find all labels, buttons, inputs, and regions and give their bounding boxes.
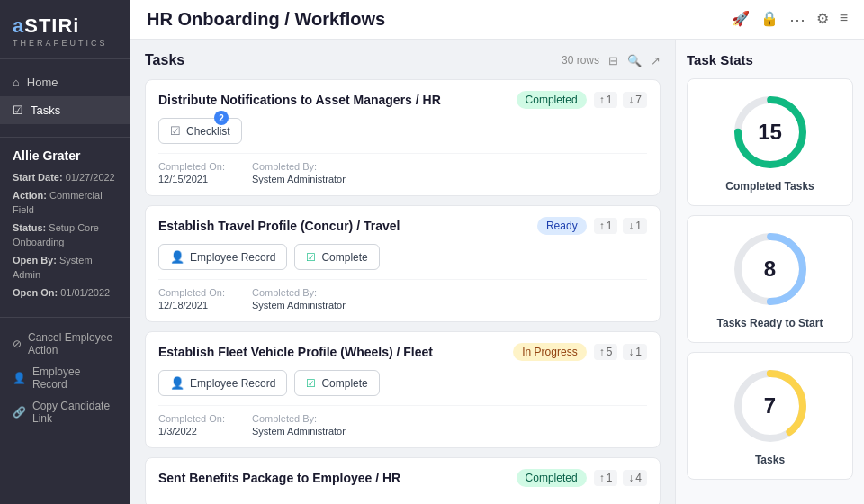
task-2-complete-label: Complete [321, 251, 367, 264]
tasks-title: Tasks [145, 52, 184, 68]
task-3-up-icon[interactable]: ↑5 [594, 344, 618, 360]
tasks-panel: Tasks 30 rows ⊟ 🔍 ↗ Distribute Notificat… [130, 40, 675, 504]
tasks-header: Tasks 30 rows ⊟ 🔍 ↗ [145, 52, 661, 68]
other-count: 7 [764, 393, 776, 418]
home-icon: ⌂ [13, 76, 20, 89]
ready-count: 8 [764, 256, 776, 282]
check-icon-2: ☑ [306, 251, 316, 264]
task-card-1: Distribute Notifications to Asset Manage… [145, 79, 661, 196]
task-card-3: Establish Fleet Vehicle Profile (Wheels)… [145, 331, 661, 448]
task-3-right: In Progress ↑5 ↓1 [513, 343, 647, 361]
task-2-title: Establish Travel Profile (Concur) / Trav… [158, 219, 400, 233]
task-3-employee-record-button[interactable]: 👤 Employee Record [158, 370, 287, 396]
task-1-footer: Completed On: 12/15/2021 Completed By: S… [158, 153, 647, 184]
task-3-meta-icons: ↑5 ↓1 [594, 344, 647, 360]
settings-icon[interactable]: ⚙ [816, 10, 829, 30]
task-4-meta-icons: ↑1 ↓4 [594, 470, 647, 486]
task-1-badge: Completed [517, 91, 587, 109]
task-2-complete-button[interactable]: ☑ Complete [294, 244, 379, 270]
task-2-emp-label: Employee Record [190, 251, 275, 264]
sidebar-item-label-home: Home [27, 76, 58, 89]
nav-items: ⌂ Home ☑ Tasks [0, 59, 130, 133]
completed-label: Completed Tasks [725, 180, 814, 193]
task-2-completed-on: Completed On: 12/18/2021 [158, 287, 225, 310]
content-area: Tasks 30 rows ⊟ 🔍 ↗ Distribute Notificat… [130, 40, 864, 504]
stats-title: Task Stats [687, 52, 853, 68]
page-title: HR Onboarding / Workflows [147, 9, 385, 30]
check-icon-3: ☑ [306, 377, 316, 390]
task-2-employee-record-button[interactable]: 👤 Employee Record [158, 244, 287, 270]
user-icon-2: 👤 [170, 250, 184, 264]
task-2-right: Ready ↑1 ↓1 [537, 217, 647, 235]
task-2-up-icon[interactable]: ↑1 [594, 218, 618, 234]
logo: aSTIRi [13, 14, 118, 38]
task-card-4: Sent Benefits Package to Employee / HR C… [145, 457, 661, 504]
employee-record-link[interactable]: 👤 Employee Record [13, 361, 118, 395]
cancel-icon: ⊘ [13, 338, 22, 350]
link-icon: 🔗 [13, 406, 26, 418]
task-1-title: Distribute Notifications to Asset Manage… [158, 93, 441, 107]
logo-subtitle: THERAPEUTICS [13, 39, 118, 48]
expand-icon[interactable]: ↗ [651, 54, 661, 68]
checklist-label: Checklist [186, 125, 230, 138]
task-card-2-header: Establish Travel Profile (Concur) / Trav… [158, 217, 647, 235]
task-1-right: Completed ↑1 ↓7 [517, 91, 647, 109]
task-card-3-header: Establish Fleet Vehicle Profile (Wheels)… [158, 343, 647, 361]
task-2-meta-icons: ↑1 ↓1 [594, 218, 647, 234]
task-3-down-icon[interactable]: ↓1 [623, 344, 647, 360]
tasks-meta: 30 rows ⊟ 🔍 ↗ [562, 54, 661, 68]
task-2-down-icon[interactable]: ↓1 [623, 218, 647, 234]
sidebar-item-label-tasks: Tasks [31, 104, 60, 117]
user-open-by: Open By: System Admin [13, 253, 118, 283]
other-label: Tasks [755, 454, 785, 466]
donut-ready: 8 [730, 229, 811, 310]
employee-record-label: Employee Record [32, 365, 118, 391]
user-start-date: Start Date: 01/27/2022 [13, 170, 118, 185]
task-3-completed-by: Completed By: System Administrator [252, 413, 346, 436]
task-2-footer: Completed On: 12/18/2021 Completed By: S… [158, 279, 647, 310]
copy-candidate-link[interactable]: 🔗 Copy Candidate Link [13, 395, 118, 429]
lock-icon[interactable]: 🔒 [760, 10, 778, 30]
user-icon: 👤 [13, 372, 26, 384]
task-card-1-header: Distribute Notifications to Asset Manage… [158, 91, 647, 109]
task-card-4-header: Sent Benefits Package to Employee / HR C… [158, 469, 647, 487]
task-3-footer: Completed On: 1/3/2022 Completed By: Sys… [158, 405, 647, 436]
menu-icon[interactable]: ≡ [840, 10, 848, 30]
checklist-badge: 2 [214, 111, 229, 125]
task-4-title: Sent Benefits Package to Employee / HR [158, 471, 400, 485]
user-action: Action: Commercial Field [13, 188, 118, 218]
task-4-right: Completed ↑1 ↓4 [517, 469, 647, 487]
topbar-icons: 🚀 🔒 ⋯ ⚙ ≡ [732, 10, 848, 30]
task-3-complete-label: Complete [321, 377, 367, 390]
task-3-complete-button[interactable]: ☑ Complete [294, 370, 379, 396]
checklist-icon: ☑ [170, 124, 181, 138]
task-3-badge: In Progress [513, 343, 586, 361]
task-2-actions: 👤 Employee Record ☑ Complete [158, 244, 647, 270]
task-4-down-icon[interactable]: ↓4 [623, 470, 647, 486]
task-card-2: Establish Travel Profile (Concur) / Trav… [145, 205, 661, 322]
checklist-button[interactable]: ☑ Checklist [158, 118, 242, 144]
cancel-employee-action-link[interactable]: ⊘ Cancel Employee Action [13, 327, 118, 361]
task-4-up-icon[interactable]: ↑1 [594, 470, 618, 486]
user-status: Status: Setup Core Onboarding [13, 220, 118, 250]
task-3-actions: 👤 Employee Record ☑ Complete [158, 370, 647, 396]
rocket-icon[interactable]: 🚀 [732, 10, 750, 30]
user-section: Allie Grater Start Date: 01/27/2022 Acti… [0, 137, 130, 313]
ready-label: Tasks Ready to Start [717, 317, 824, 329]
donut-other: 7 [730, 365, 811, 446]
copy-candidate-label: Copy Candidate Link [32, 400, 118, 425]
sidebar-item-home[interactable]: ⌂ Home [0, 68, 130, 96]
task-1-up-icon[interactable]: ↑1 [594, 92, 618, 108]
sidebar-links: ⊘ Cancel Employee Action 👤 Employee Reco… [0, 317, 130, 438]
search-icon[interactable]: 🔍 [627, 54, 642, 68]
stats-panel: Task Stats 15 Completed Tasks [675, 40, 864, 504]
logo-area: aSTIRi THERAPEUTICS [0, 0, 130, 59]
task-1-down-icon[interactable]: ↓7 [623, 92, 647, 108]
flow-icon[interactable]: ⋯ [789, 10, 806, 30]
task-3-emp-label: Employee Record [190, 377, 275, 390]
sidebar-item-tasks[interactable]: ☑ Tasks [0, 96, 130, 124]
topbar: HR Onboarding / Workflows 🚀 🔒 ⋯ ⚙ ≡ [130, 0, 864, 40]
filter-icon[interactable]: ⊟ [608, 54, 618, 68]
tasks-icon: ☑ [13, 104, 23, 117]
task-1-meta-icons: ↑1 ↓7 [594, 92, 647, 108]
